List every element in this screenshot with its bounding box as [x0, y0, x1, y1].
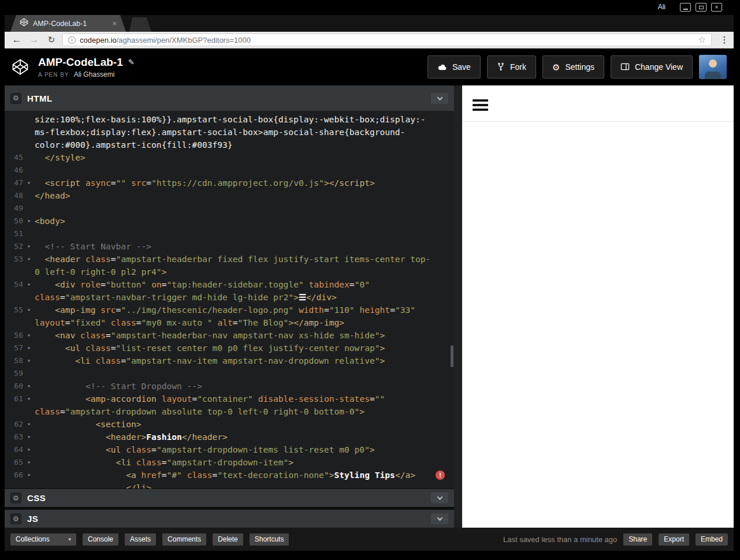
code-line[interactable]: 58▾ <li class="ampstart-nav-item ampstar… — [5, 354, 454, 367]
code-token: 0 left-0 right-0 pl2 pr4" — [35, 267, 162, 277]
fold-arrow-icon[interactable]: ▾ — [23, 418, 35, 431]
code-line[interactable]: 66▾ <a href="#" class="text-decoration-n… — [5, 469, 454, 481]
line-number — [5, 481, 23, 488]
edit-pencil-icon[interactable]: ✎ — [128, 58, 135, 66]
codepen-logo-icon[interactable] — [12, 57, 31, 77]
browser-menu-icon[interactable]: ⋮ — [719, 35, 730, 45]
code-line[interactable]: 65▾ <li class="ampstart-dropdown-item"> — [5, 456, 454, 469]
forward-icon[interactable]: → — [25, 34, 43, 46]
fold-arrow-icon[interactable]: ▾ — [23, 456, 35, 469]
code-line[interactable]: 54▾ <div role="button" on="tap:header-si… — [5, 278, 454, 291]
preview-hamburger-icon[interactable] — [473, 99, 488, 111]
fold-arrow-icon[interactable]: ▾ — [23, 253, 35, 266]
code-line[interactable]: size:100%;flex-basis:100%}}.ampstart-soc… — [5, 113, 454, 126]
share-button[interactable]: Share — [623, 533, 652, 546]
code-token: <header — [45, 254, 81, 264]
bookmark-star-icon[interactable]: ☆ — [698, 35, 706, 45]
code-token: <section> — [95, 419, 141, 429]
code-line[interactable]: 45 </style> — [5, 151, 454, 164]
code-line[interactable]: </li> — [5, 481, 454, 488]
settings-button[interactable]: ⚙ Settings — [542, 55, 604, 79]
error-icon[interactable]: ! — [436, 471, 445, 480]
tab-close-icon[interactable]: × — [112, 19, 117, 28]
code-line[interactable]: class="ampstart-dropdown absolute top-0 … — [5, 405, 454, 418]
code-line[interactable]: 46 — [5, 164, 454, 177]
fold-arrow-icon[interactable]: ▾ — [23, 354, 35, 367]
code-line[interactable]: 56▾ <nav class="ampstart-headerbar-nav a… — [5, 329, 454, 342]
export-button[interactable]: Export — [659, 533, 689, 546]
code-line[interactable]: 50▾<body> — [5, 215, 454, 227]
info-icon[interactable]: i — [68, 36, 76, 44]
js-collapse-chevron-icon[interactable] — [431, 513, 448, 524]
address-bar[interactable]: i codepen.io/aghassemi/pen/XMKbGP?editor… — [62, 33, 712, 46]
html-code-editor[interactable]: size:100%;flex-basis:100%}}.ampstart-soc… — [5, 111, 454, 488]
html-panel-header[interactable]: ⚙ HTML — [5, 85, 454, 111]
code-line[interactable]: 63▾ <header>Fashion</header> — [5, 431, 454, 443]
assets-button[interactable]: Assets — [125, 533, 156, 546]
fold-arrow-icon[interactable]: ▾ — [23, 215, 35, 227]
collections-dropdown[interactable]: Collections ▾ — [10, 533, 76, 546]
fold-arrow-icon[interactable]: ▾ — [23, 304, 35, 316]
code-line-text: 0 left-0 right-0 pl2 pr4"> — [35, 266, 454, 278]
fold-arrow-icon[interactable]: ▾ — [23, 443, 35, 456]
code-line[interactable]: 62▾ <section> — [5, 418, 454, 431]
back-icon[interactable]: ← — [8, 34, 25, 46]
code-line[interactable]: 51 — [5, 227, 454, 240]
save-button[interactable]: Save — [427, 55, 481, 79]
user-avatar[interactable] — [699, 55, 727, 79]
fold-arrow-icon[interactable]: ▾ — [23, 380, 35, 393]
browser-tab[interactable]: AMP-CodeLab-1 × — [10, 15, 126, 32]
code-token: = — [136, 318, 142, 327]
fold-arrow-icon[interactable]: ▾ — [23, 329, 35, 342]
embed-button[interactable]: Embed — [696, 533, 728, 546]
css-collapse-chevron-icon[interactable] — [431, 492, 448, 503]
fold-arrow-icon[interactable]: ▾ — [23, 278, 35, 291]
code-line[interactable]: class="ampstart-navbar-trigger md-hide l… — [5, 291, 454, 304]
code-line[interactable]: 49 — [5, 202, 454, 215]
code-token: "ampstart-dropdown-items list-reset m0 p… — [157, 445, 370, 454]
code-line[interactable]: 48</head> — [5, 189, 454, 202]
code-token: = — [233, 318, 238, 327]
code-line[interactable]: 0 left-0 right-0 pl2 pr4"> — [5, 266, 454, 278]
code-token — [35, 470, 126, 480]
css-settings-gear-icon[interactable]: ⚙ — [10, 492, 21, 503]
author-link[interactable]: Ali Ghassemi — [74, 70, 115, 79]
html-settings-gear-icon[interactable]: ⚙ — [10, 93, 21, 104]
code-line[interactable]: 57▾ <ul class="list-reset center m0 p0 f… — [5, 342, 454, 354]
html-collapse-chevron-icon[interactable] — [431, 93, 448, 104]
window-maximize-button[interactable] — [696, 3, 706, 12]
reload-icon[interactable]: ↻ — [43, 35, 60, 45]
fold-arrow-icon[interactable]: ▾ — [23, 431, 35, 443]
console-button[interactable]: Console — [83, 533, 118, 546]
code-line[interactable]: 60▾ <!-- Start Dropdown --> — [5, 380, 454, 393]
fold-arrow-icon[interactable]: ▾ — [23, 240, 35, 253]
css-panel-header[interactable]: ⚙ CSS — [5, 488, 454, 507]
code-line[interactable]: 61▾ <amp-accordion layout="container" di… — [5, 393, 454, 405]
change-view-button[interactable]: Change View — [611, 55, 693, 79]
fold-arrow-icon[interactable]: ▾ — [23, 342, 35, 354]
window-close-button[interactable]: × — [711, 3, 722, 12]
fork-button[interactable]: Fork — [487, 55, 536, 79]
new-tab-button[interactable] — [129, 17, 151, 32]
editor-scrollbar-thumb[interactable] — [451, 345, 453, 367]
code-line[interactable]: 52▾ <!-- Start Navbar --> — [5, 240, 454, 253]
fold-arrow-icon[interactable]: ▾ — [23, 393, 35, 405]
code-line[interactable]: 47▾ <script async="" src="https://cdn.am… — [5, 177, 454, 189]
comments-button[interactable]: Comments — [162, 533, 206, 546]
code-line[interactable]: ms-flexbox;display:flex}.ampstart-social… — [5, 126, 454, 139]
js-panel-header[interactable]: ⚙ JS — [5, 509, 454, 528]
panel-resizer[interactable] — [454, 85, 462, 528]
fold-arrow-icon[interactable]: ▾ — [23, 469, 35, 481]
shortcuts-button[interactable]: Shortcuts — [250, 533, 289, 546]
code-line[interactable]: 64▾ <ul class="ampstart-dropdown-items l… — [5, 443, 454, 456]
code-line-text: <amp-img src="../img/thescenic/header-lo… — [35, 304, 454, 316]
code-line[interactable]: layout="fixed" class="my0 mx-auto " alt=… — [5, 316, 454, 329]
fold-arrow-icon[interactable]: ▾ — [23, 177, 35, 189]
code-line[interactable]: 53▾ <header class="ampstart-headerbar fi… — [5, 253, 454, 266]
code-line[interactable]: 59 — [5, 367, 454, 380]
window-minimize-button[interactable] — [680, 3, 691, 12]
delete-button[interactable]: Delete — [213, 533, 243, 546]
js-settings-gear-icon[interactable]: ⚙ — [10, 513, 21, 524]
code-line[interactable]: color:#000}.ampstart-icon{fill:#003f93} — [5, 139, 454, 151]
code-line[interactable]: 55▾ <amp-img src="../img/thescenic/heade… — [5, 304, 454, 316]
